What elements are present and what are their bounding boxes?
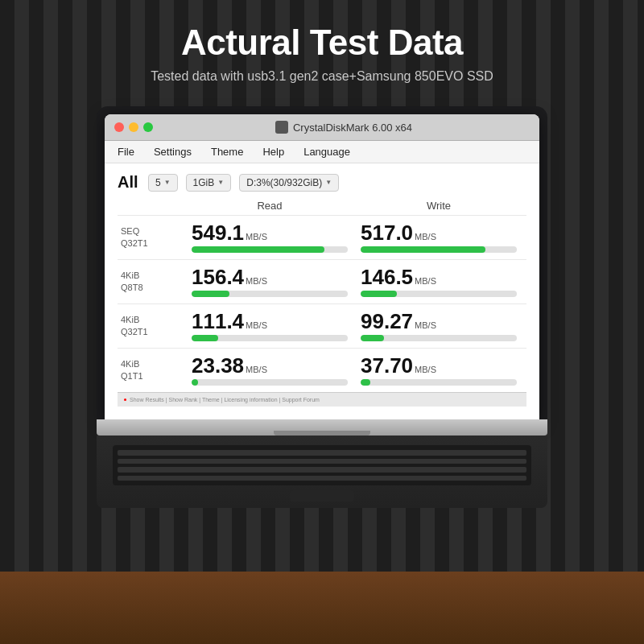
write-value: 37.70 MB/S (361, 355, 436, 376)
screen-frame: CrystalDiskMark 6.00 x64 File Settings T… (97, 106, 547, 419)
read-value: 549.1 MB/S (192, 222, 267, 243)
menu-help[interactable]: Help (259, 144, 287, 159)
read-progress-fill (192, 246, 324, 253)
write-value: 99.27 MB/S (361, 311, 436, 332)
trackpad (290, 490, 354, 502)
window-body: All 5 ▼ 1GiB ▼ D:3%(30/932GiB) ▼ (105, 163, 539, 419)
write-cell: 37.70 MB/S (354, 355, 523, 386)
read-value: 111.4 MB/S (192, 311, 267, 332)
column-headers: Read Write (118, 200, 526, 212)
write-progress-fill (361, 246, 485, 253)
controls-row: All 5 ▼ 1GiB ▼ D:3%(30/932GiB) ▼ (118, 173, 526, 192)
read-progress (192, 246, 348, 253)
main-title: Actural Test Data (181, 23, 463, 63)
minimize-button[interactable] (129, 122, 138, 132)
window-titlebar: CrystalDiskMark 6.00 x64 (105, 114, 539, 141)
write-header: Write (354, 200, 523, 212)
read-header: Read (185, 200, 354, 212)
row-label: 4KiBQ32T1 (121, 314, 185, 339)
table-row: 4KiBQ1T1 23.38 MB/S 37.70 MB/S (118, 348, 526, 392)
table-row: 4KiBQ8T8 156.4 MB/S 146.5 MB/S (118, 259, 526, 303)
row-label: 4KiBQ8T8 (121, 270, 185, 295)
keyboard (113, 445, 531, 485)
laptop-base (97, 419, 547, 436)
all-label: All (118, 173, 140, 192)
taskbar: Show Results | Show Rank | Theme | Licen… (118, 392, 526, 407)
write-progress (361, 246, 517, 253)
runs-dropdown[interactable]: 5 ▼ (148, 174, 178, 192)
close-button[interactable] (114, 122, 124, 132)
read-progress (192, 291, 348, 297)
taskbar-dot (124, 398, 126, 401)
write-progress (361, 335, 517, 341)
read-value: 23.38 MB/S (192, 355, 267, 376)
size-dropdown[interactable]: 1GiB ▼ (186, 174, 232, 192)
read-cell: 156.4 MB/S (185, 266, 354, 297)
drive-dropdown[interactable]: D:3%(30/932GiB) ▼ (239, 174, 339, 192)
write-cell: 99.27 MB/S (354, 311, 523, 341)
table-row: SEQQ32T1 549.1 MB/S 517.0 MB/S (118, 215, 526, 259)
read-progress (192, 379, 348, 386)
maximize-button[interactable] (143, 122, 153, 132)
laptop-keyboard (97, 436, 547, 508)
write-progress (361, 379, 517, 386)
desk-surface (0, 572, 644, 644)
write-value: 146.5 MB/S (361, 266, 436, 287)
read-value: 156.4 MB/S (192, 266, 267, 287)
menu-settings[interactable]: Settings (151, 144, 195, 159)
write-cell: 517.0 MB/S (354, 222, 523, 253)
menu-theme[interactable]: Theme (208, 144, 246, 159)
read-progress-fill (192, 335, 218, 341)
read-cell: 111.4 MB/S (185, 311, 354, 341)
write-progress-fill (361, 335, 384, 341)
key-row-1 (118, 450, 526, 456)
read-progress-fill (192, 379, 198, 386)
laptop-mockup: CrystalDiskMark 6.00 x64 File Settings T… (97, 106, 547, 508)
chevron-down-icon: ▼ (164, 179, 171, 186)
write-progress-fill (361, 379, 370, 386)
key-row-2 (118, 459, 526, 464)
row-label: SEQQ32T1 (121, 225, 185, 250)
read-cell: 23.38 MB/S (185, 355, 354, 386)
write-value: 517.0 MB/S (361, 222, 436, 243)
window-title: CrystalDiskMark 6.00 x64 (158, 121, 530, 134)
content-wrapper: Actural Test Data Tested data with usb3.… (0, 0, 644, 508)
write-progress-fill (361, 291, 397, 297)
menubar: File Settings Theme Help Language (105, 141, 539, 163)
table-row: 4KiBQ32T1 111.4 MB/S 99.27 MB/S (118, 303, 526, 348)
menu-file[interactable]: File (114, 144, 138, 159)
key-row-3 (118, 467, 526, 473)
macos-window: CrystalDiskMark 6.00 x64 File Settings T… (105, 114, 539, 419)
subtitle: Tested data with usb3.1 gen2 case+Samsun… (151, 69, 493, 84)
chevron-down-icon: ▼ (325, 179, 332, 186)
app-icon (275, 121, 288, 134)
write-cell: 146.5 MB/S (354, 266, 523, 297)
row-label: 4KiBQ1T1 (121, 358, 185, 383)
benchmark-table: SEQQ32T1 549.1 MB/S 517.0 MB/S (118, 215, 526, 392)
key-row-4 (118, 476, 526, 481)
read-cell: 549.1 MB/S (185, 222, 354, 253)
write-progress (361, 291, 517, 297)
chevron-down-icon: ▼ (217, 179, 224, 186)
read-progress-fill (192, 291, 229, 297)
menu-language[interactable]: Language (300, 144, 353, 159)
read-progress (192, 335, 348, 341)
